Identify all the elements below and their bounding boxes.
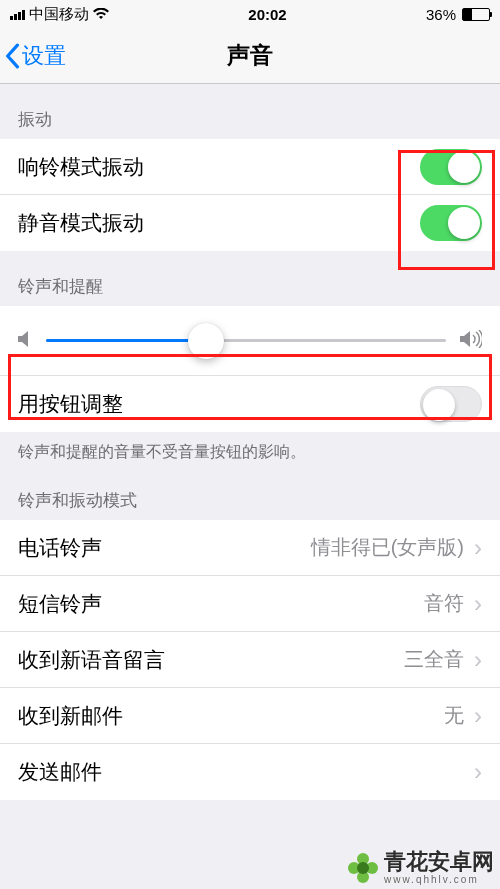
silent-vibrate-label: 静音模式振动 [18, 209, 144, 237]
volume-high-icon [460, 330, 482, 352]
status-left: 中国移动 [10, 5, 109, 24]
chevron-right-icon: › [474, 702, 482, 730]
sent-mail-label: 发送邮件 [18, 758, 102, 786]
silent-vibrate-toggle[interactable] [420, 205, 482, 241]
row-button-adjust: 用按钮调整 [0, 376, 500, 432]
new-mail-value: 无 [444, 702, 464, 729]
watermark-logo-icon [348, 853, 378, 883]
row-text-tone[interactable]: 短信铃声 音符 › [0, 576, 500, 632]
ringtone-label: 电话铃声 [18, 534, 102, 562]
wifi-icon [93, 6, 109, 23]
status-time: 20:02 [248, 6, 286, 23]
button-adjust-label: 用按钮调整 [18, 390, 123, 418]
new-mail-label: 收到新邮件 [18, 702, 123, 730]
chevron-right-icon: › [474, 590, 482, 618]
battery-pct: 36% [426, 6, 456, 23]
volume-slider-thumb[interactable] [188, 323, 224, 359]
back-label: 设置 [22, 41, 66, 71]
section-header-vibration: 振动 [0, 84, 500, 139]
chevron-right-icon: › [474, 534, 482, 562]
text-tone-value: 音符 [424, 590, 464, 617]
row-new-mail[interactable]: 收到新邮件 无 › [0, 688, 500, 744]
ringtone-value: 情非得已(女声版) [311, 534, 464, 561]
text-tone-label: 短信铃声 [18, 590, 102, 618]
page-title: 声音 [0, 40, 500, 71]
ring-vibrate-toggle[interactable] [420, 149, 482, 185]
battery-icon [462, 8, 490, 21]
row-silent-vibrate: 静音模式振动 [0, 195, 500, 251]
group-patterns: 电话铃声 情非得已(女声版) › 短信铃声 音符 › 收到新语音留言 三全音 ›… [0, 520, 500, 800]
row-sent-mail[interactable]: 发送邮件 › [0, 744, 500, 800]
nav-bar: 设置 声音 [0, 28, 500, 84]
ring-vibrate-label: 响铃模式振动 [18, 153, 144, 181]
status-right: 36% [426, 6, 490, 23]
ringer-footer: 铃声和提醒的音量不受音量按钮的影响。 [0, 432, 500, 481]
section-header-ringer: 铃声和提醒 [0, 251, 500, 306]
chevron-right-icon: › [474, 646, 482, 674]
row-ring-vibrate: 响铃模式振动 [0, 139, 500, 195]
button-adjust-toggle[interactable] [420, 386, 482, 422]
voicemail-label: 收到新语音留言 [18, 646, 165, 674]
watermark: 青花安卓网 www.qhhlv.com [348, 851, 494, 885]
back-button[interactable]: 设置 [0, 41, 66, 71]
watermark-url: www.qhhlv.com [384, 875, 494, 885]
chevron-left-icon [4, 43, 20, 69]
volume-slider-fill [46, 339, 206, 342]
volume-low-icon [18, 330, 32, 352]
status-bar: 中国移动 20:02 36% [0, 0, 500, 28]
group-button-adjust: 用按钮调整 [0, 376, 500, 432]
chevron-right-icon: › [474, 758, 482, 786]
voicemail-value: 三全音 [404, 646, 464, 673]
group-vibration: 响铃模式振动 静音模式振动 [0, 139, 500, 251]
signal-icon [10, 8, 25, 20]
volume-slider[interactable] [46, 339, 446, 342]
section-header-patterns: 铃声和振动模式 [0, 481, 500, 520]
watermark-text: 青花安卓网 [384, 851, 494, 873]
row-ringtone[interactable]: 电话铃声 情非得已(女声版) › [0, 520, 500, 576]
row-voicemail[interactable]: 收到新语音留言 三全音 › [0, 632, 500, 688]
volume-slider-row [0, 306, 500, 376]
carrier-label: 中国移动 [29, 5, 89, 24]
